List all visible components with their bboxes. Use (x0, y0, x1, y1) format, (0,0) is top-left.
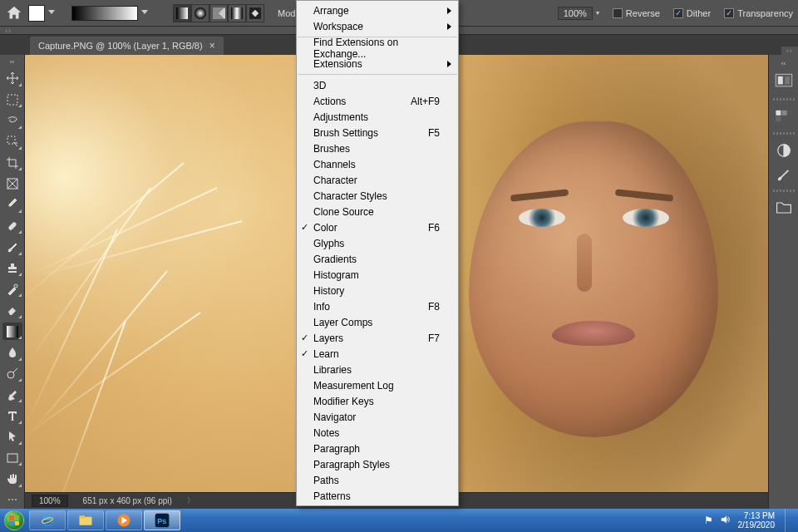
tool-hand[interactable] (2, 470, 22, 487)
tools-collapse[interactable]: ›› (2, 58, 22, 66)
tool-type[interactable] (2, 406, 22, 424)
tool-crop[interactable] (2, 154, 22, 171)
tool-eraser[interactable] (2, 301, 22, 318)
menu-item-layer-comps[interactable]: Layer Comps (297, 314, 458, 330)
svg-rect-11 (7, 326, 18, 337)
tray-volume-icon[interactable] (720, 514, 732, 527)
menu-item-histogram[interactable]: Histogram (297, 267, 458, 283)
panel-brush-icon[interactable] (774, 165, 794, 183)
menu-item-learn[interactable]: ✓Learn (297, 346, 458, 362)
menu-item-paths[interactable]: Paths (297, 472, 458, 488)
gradient-radial-button[interactable] (191, 4, 209, 22)
transparency-checkbox[interactable]: Transparency (724, 8, 793, 18)
menu-item-color[interactable]: ✓ColorF6 (297, 219, 458, 235)
right-collapse[interactable]: ‹‹ (781, 47, 798, 55)
menu-item-measurement-log[interactable]: Measurement Log (297, 377, 458, 393)
menu-item-workspace[interactable]: Workspace (297, 18, 458, 34)
tool-pen[interactable] (2, 386, 22, 403)
panels-expand[interactable]: ‹‹ (774, 60, 794, 68)
tools-panel: ›› ⋯ (0, 55, 25, 509)
tool-healing[interactable] (2, 217, 22, 234)
menu-item-history[interactable]: History (297, 283, 458, 298)
taskbar: Ps ⚑ 7:13 PM 2/19/2020 (0, 509, 798, 532)
transparency-label: Transparency (737, 8, 793, 18)
gradient-linear-button[interactable] (173, 4, 191, 22)
tool-marquee[interactable] (2, 91, 22, 108)
menu-item-paragraph[interactable]: Paragraph (297, 441, 458, 456)
panel-color-icon[interactable] (774, 73, 794, 91)
window-menu: ArrangeWorkspace Find Extensions on Exch… (296, 0, 459, 506)
tool-path-select[interactable] (2, 428, 22, 446)
menu-item-layers[interactable]: ✓LayersF7 (297, 330, 458, 346)
menu-item-libraries[interactable]: Libraries (297, 362, 458, 377)
svg-rect-13 (7, 454, 17, 462)
menu-item-notes[interactable]: Notes (297, 425, 458, 441)
dither-checkbox[interactable]: Dither (673, 8, 711, 18)
panel-libraries-icon[interactable] (774, 199, 794, 217)
menu-item-adjustments[interactable]: Adjustments (297, 109, 458, 125)
menu-item-character[interactable]: Character (297, 172, 458, 188)
menu-item-actions[interactable]: ActionsAlt+F9 (297, 93, 458, 109)
tool-gradient[interactable] (2, 323, 22, 340)
tool-eyedropper[interactable] (2, 196, 22, 214)
document-tab-title: Capture.PNG @ 100% (Layer 1, RGB/8) (38, 41, 203, 51)
tool-more[interactable]: ⋯ (2, 491, 22, 509)
foreground-swatch[interactable] (28, 5, 45, 22)
document-tab[interactable]: Capture.PNG @ 100% (Layer 1, RGB/8) × (30, 37, 224, 55)
menu-item-modifier-keys[interactable]: Modifier Keys (297, 393, 458, 409)
tool-rectangle[interactable] (2, 449, 22, 466)
show-desktop-button[interactable] (785, 509, 793, 532)
menu-item-character-styles[interactable]: Character Styles (297, 188, 458, 204)
svg-point-1 (195, 7, 206, 19)
zoom-field[interactable]: 100% (32, 495, 68, 507)
tray-clock[interactable]: 7:13 PM 2/19/2020 (738, 511, 776, 530)
status-chevron-icon[interactable]: 〉 (187, 495, 195, 506)
menu-item-info[interactable]: InfoF8 (297, 298, 458, 314)
svg-rect-25 (80, 515, 86, 518)
menu-item-patterns[interactable]: Patterns (297, 488, 458, 504)
menu-item-gradients[interactable]: Gradients (297, 251, 458, 267)
tool-frame[interactable] (2, 175, 22, 192)
menu-item-3d[interactable]: 3D (297, 77, 458, 93)
menu-item-find-extensions-on-exchange-[interactable]: Find Extensions on Exchange... (297, 40, 458, 56)
system-tray: ⚑ 7:13 PM 2/19/2020 (696, 509, 799, 532)
taskbar-file-explorer[interactable] (67, 510, 104, 530)
gradient-angle-button[interactable] (209, 4, 228, 22)
menu-item-arrange[interactable]: Arrange (297, 2, 458, 18)
taskbar-internet-explorer[interactable] (29, 510, 66, 530)
tool-brush[interactable] (2, 238, 22, 255)
svg-rect-6 (7, 95, 17, 105)
tray-flag-icon[interactable]: ⚑ (704, 515, 713, 526)
gradient-diamond-button[interactable] (246, 4, 264, 22)
menu-item-navigator[interactable]: Navigator (297, 409, 458, 425)
reverse-checkbox[interactable]: Reverse (613, 8, 660, 18)
taskbar-photoshop[interactable]: Ps (144, 510, 180, 530)
doc-info: 651 px x 460 px (96 ppi) (83, 496, 172, 505)
svg-rect-17 (776, 111, 781, 116)
close-icon[interactable]: × (209, 40, 215, 52)
menu-item-channels[interactable]: Channels (297, 156, 458, 172)
menu-item-extensions[interactable]: Extensions (297, 56, 458, 71)
svg-point-10 (14, 284, 17, 288)
tool-move[interactable] (2, 70, 22, 87)
tool-stamp[interactable] (2, 259, 22, 277)
start-button[interactable] (0, 509, 28, 532)
svg-rect-19 (787, 111, 791, 116)
menu-item-brush-settings[interactable]: Brush SettingsF5 (297, 125, 458, 140)
menu-item-brushes[interactable]: Brushes (297, 140, 458, 156)
tool-lasso[interactable] (2, 111, 22, 129)
menu-item-clone-source[interactable]: Clone Source (297, 204, 458, 219)
taskbar-media-player[interactable] (106, 510, 142, 530)
home-icon[interactable] (5, 4, 23, 22)
gradient-reflected-button[interactable] (228, 4, 246, 22)
tool-dodge[interactable] (2, 365, 22, 382)
opacity-dropdown[interactable]: 100% ▾ (558, 7, 599, 20)
tool-blur[interactable] (2, 343, 22, 361)
panel-adjustments-icon[interactable] (774, 141, 794, 160)
tool-quick-select[interactable] (2, 133, 22, 150)
tool-history-brush[interactable] (2, 280, 22, 298)
menu-item-paragraph-styles[interactable]: Paragraph Styles (297, 456, 458, 472)
menu-item-glyphs[interactable]: Glyphs (297, 235, 458, 251)
panel-swatches-icon[interactable] (774, 107, 794, 126)
gradient-preview[interactable] (66, 6, 138, 21)
